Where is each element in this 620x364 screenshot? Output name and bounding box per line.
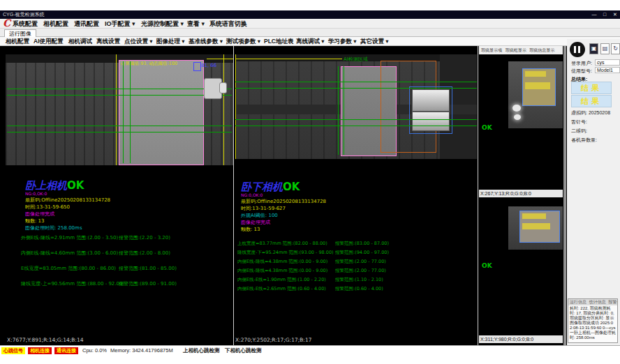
middle-alarm-5: 报警范围:(1.10 - 2.10) xyxy=(335,277,383,283)
tab-run-info[interactable]: 运行信息 xyxy=(570,300,586,304)
middle-bright-window-2 xyxy=(412,112,450,131)
middle-measure-5: 内侧E线-E线=1.90mm 范围:(1.00 - 2.20) xyxy=(237,277,326,283)
info-box: 运行信息 统计信息 报警信息 耗时: 222, 瑕疵检测耗时: 17, 瑕疵分类… xyxy=(568,298,618,343)
qr-code-label: 二维码: xyxy=(571,128,587,135)
tool-baseline-params[interactable]: 基准线参数 ▾ xyxy=(189,37,223,46)
left-camera-name: 卧上相机 xyxy=(25,179,67,192)
middle-alarm-1: 报警范围:(83.00 - 87.00) xyxy=(335,241,389,247)
middle-alarm-3: 报警范围:(2.00 - 77.00) xyxy=(335,259,386,265)
cpu-usage-text: Cpu: 0.0% xyxy=(82,347,107,354)
left-alarm-4: 报警范围:(89.00 - 91.00) xyxy=(119,280,177,287)
pause-icon xyxy=(574,46,576,53)
camera-snapshot-icon[interactable]: ▣ xyxy=(589,43,598,54)
upper-camera-heartbeat-link[interactable]: 上相机心跳检测 xyxy=(183,347,220,354)
thumbnail-camera-1[interactable]: OK xyxy=(479,54,563,190)
thumb1-highlight-2 xyxy=(525,82,550,89)
menubar: C 系统配置 相机配置 通讯配置 IO手配置 ▾ 光源控制配置 ▾ 查看 ▾ 系… xyxy=(0,19,620,29)
result-box-1: 结果 xyxy=(571,82,612,94)
left-green-hline-1 xyxy=(7,89,232,89)
middle-ai-score: 外观AI阈值: 100 xyxy=(241,212,278,219)
tool-ai-use-config[interactable]: AI使用配置 xyxy=(34,37,64,46)
left-blue-marker-box xyxy=(193,62,201,71)
left-alarm-1: 报警范围:(2.20 - 3.20) xyxy=(119,234,170,241)
refresh-icon[interactable]: ↻ xyxy=(611,43,620,54)
thumb1-ok-label: OK xyxy=(482,124,492,131)
middle-green-hline-4 xyxy=(235,126,477,126)
left-green-hline-4 xyxy=(7,132,232,132)
model-value[interactable]: Model1 xyxy=(595,67,620,73)
thumb1-highlight-1 xyxy=(525,71,546,77)
tool-camera-config[interactable]: 相机配置 xyxy=(6,37,29,46)
tab-alarm-info[interactable]: 报警信息 xyxy=(608,300,618,304)
thumb1-pixel-coords: X:267;Y:13;R:0;G:0;B:0 xyxy=(479,190,563,197)
tool-camera-debug[interactable]: 相机调试 xyxy=(68,37,92,46)
tool-offline-debug[interactable]: 离线调试 ▾ xyxy=(296,37,325,46)
menu-system-config[interactable]: 系统配置 xyxy=(13,19,38,29)
lower-camera-heartbeat-link[interactable]: 下相机心跳检测 xyxy=(225,347,262,354)
middle-yellow-vline xyxy=(235,54,236,159)
defect-display-tabs: 瑕疵显示项 瑕疵框显示 瑕疵信息显示 xyxy=(479,46,563,54)
pause-button[interactable] xyxy=(570,42,585,57)
tool-image-process[interactable]: 图像处理 ▾ xyxy=(156,37,185,46)
tab-stat-info[interactable]: 统计信息 xyxy=(589,300,606,304)
menu-camera-config[interactable]: 相机配置 xyxy=(43,19,68,29)
app-logo-icon: C xyxy=(3,17,10,29)
virtual-code-label: 虚拟码: 20250208 xyxy=(571,109,610,116)
maximize-button[interactable]: □ xyxy=(600,10,610,19)
tool-test-params[interactable]: 测试项参数 ▾ xyxy=(226,37,260,46)
left-yellow-vline-2 xyxy=(223,54,224,165)
tool-plc-address[interactable]: PLC地址表 xyxy=(264,37,294,46)
thumb2-highlight-1 xyxy=(522,213,546,219)
model-label: 使用型号: xyxy=(571,68,592,75)
left-output-line: NG:0,OK:0 xyxy=(25,191,47,196)
thumb2-ok-label: OK xyxy=(482,262,492,269)
thumbnail-camera-2[interactable]: OK xyxy=(479,197,563,335)
tab-defect-info[interactable]: 瑕疵信息显示 xyxy=(529,48,554,52)
middle-output-line: NG:0,OK:0 xyxy=(241,192,263,197)
tool-offline-setting[interactable]: 离线设置 xyxy=(96,37,120,46)
middle-count: 颗数: 13 xyxy=(241,226,260,233)
menu-language-switch[interactable]: 系统语言切换 xyxy=(209,19,247,29)
middle-camera-result-title: 卧下相机OK xyxy=(241,180,300,194)
middle-measure-2: 隆线宽度-下=95.24mm 范围:(93.00 - 98.00) xyxy=(237,250,334,256)
info-tabs: 运行信息 统计信息 报警信息 xyxy=(568,299,617,305)
panel-divider-2 xyxy=(478,46,478,345)
menu-io-config[interactable]: IO手配置 ▾ xyxy=(105,19,135,29)
minimize-button[interactable]: — xyxy=(589,10,599,19)
tool-point-setting[interactable]: 点位设置 ▾ xyxy=(124,37,153,46)
login-user-value[interactable]: cys xyxy=(595,59,620,66)
toolbar: 相机配置 AI使用配置 相机调试 离线设置 点位设置 ▾ 图像处理 ▾ 基准线参… xyxy=(0,37,620,46)
needle-number-label: 舌针号: xyxy=(571,119,587,126)
left-green-hline-2 xyxy=(7,95,232,96)
middle-camera-name: 卧下相机 xyxy=(241,181,283,193)
menu-view[interactable]: 查看 ▾ xyxy=(187,19,205,29)
left-process-done: 图像处理完成 xyxy=(25,211,54,218)
sidebar: ▣ ▤ ↻ 登录用户: cys 使用型号: Model1 总结果: 结果 结果 … xyxy=(567,39,620,345)
left-count: 颗数: 13 xyxy=(25,218,45,225)
tab-defect-display[interactable]: 瑕疵显示项 xyxy=(481,48,502,52)
left-measure-1: 外侧E线-隆线=2.91mm 范围:(2.00 - 3.50) xyxy=(21,234,118,241)
menu-light-config[interactable]: 光源控制配置 ▾ xyxy=(141,19,184,29)
comm-connect-badge: 通讯连接 xyxy=(54,347,78,354)
middle-ai-region-label: AI检测区域 xyxy=(344,56,368,63)
camera-connect-badge: 相机连接 xyxy=(28,347,52,354)
tool-learning-params[interactable]: 学习参数 ▾ xyxy=(328,37,357,46)
middle-green-hline-1 xyxy=(235,82,477,82)
menu-comm-config[interactable]: 通讯配置 xyxy=(74,19,99,29)
left-camera-result-title: 卧上相机OK xyxy=(25,179,84,192)
left-process-time: 图像处理时间: 258.00ms xyxy=(25,225,82,232)
machine-count-label: 各机异数量: xyxy=(571,137,597,144)
status-bar: 心跳信号 相机连接 通讯连接 Cpu: 0.0% Memory: 3424.41… xyxy=(0,345,620,355)
middle-time: 时间:13-31-59-627 xyxy=(241,205,286,212)
thumb2-pixel-coords: X:311;Y:980;R:0;G:0;B:0 xyxy=(479,335,563,343)
image-save-icon[interactable]: ▤ xyxy=(600,43,610,54)
thumb1-glow-1 xyxy=(512,105,521,112)
middle-green-hline-2 xyxy=(235,88,477,89)
close-button[interactable]: ✕ xyxy=(610,10,620,19)
left-yellow-vline-1 xyxy=(116,54,117,165)
left-barcode: 最新码:Offline20250208133134728 xyxy=(25,197,110,204)
tool-other-setting[interactable]: 其它设置 ▾ xyxy=(360,37,389,46)
tab-defect-frame[interactable]: 瑕疵框显示 xyxy=(505,48,526,52)
middle-yellow-hline xyxy=(235,59,342,59)
titlebar: CYG-视觉检测系统 — □ ✕ xyxy=(0,10,620,19)
